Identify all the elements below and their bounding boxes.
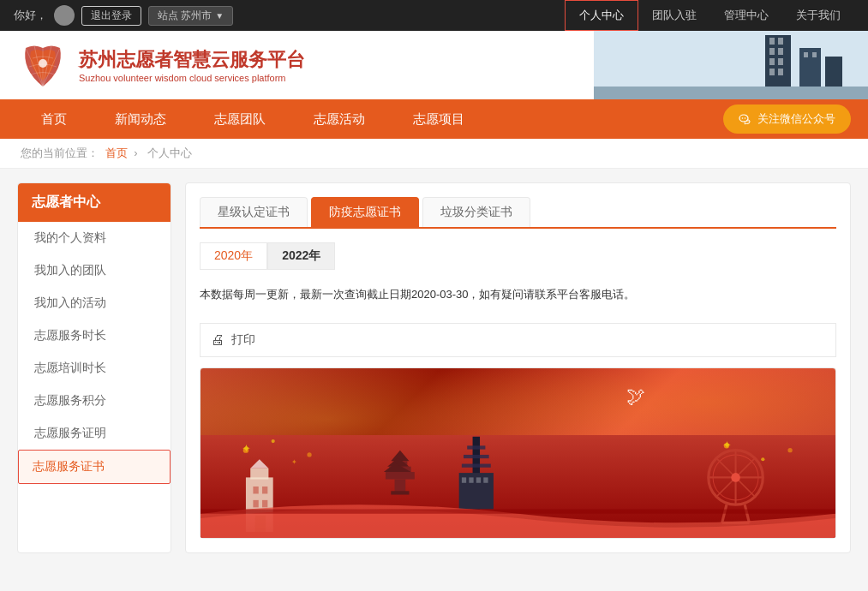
- svg-text:✦: ✦: [242, 443, 251, 455]
- svg-rect-46: [467, 445, 485, 449]
- print-bar[interactable]: 🖨 打印: [200, 323, 836, 357]
- nav-home[interactable]: 首页: [17, 99, 91, 139]
- svg-text:✦: ✦: [722, 439, 732, 451]
- sidebar-item-training-hours[interactable]: 志愿培训时长: [18, 352, 171, 385]
- nav-activities[interactable]: 志愿活动: [290, 99, 389, 139]
- svg-rect-43: [395, 480, 406, 493]
- svg-rect-16: [778, 69, 783, 75]
- notice-text: 本数据每周一更新，最新一次查询截止日期2020-03-30，如有疑问请联系平台客…: [200, 280, 836, 309]
- skyline-illustration: ✦ ✦ ✦: [201, 435, 835, 538]
- svg-rect-53: [483, 477, 488, 482]
- svg-rect-19: [812, 52, 817, 57]
- svg-rect-52: [476, 477, 481, 482]
- station-selector[interactable]: 站点 苏州市 ▼: [148, 6, 233, 26]
- svg-point-32: [761, 457, 764, 461]
- svg-rect-50: [462, 477, 466, 482]
- tab-year-2020[interactable]: 2020年: [200, 242, 267, 270]
- sidebar-item-service-hours[interactable]: 志愿服务时长: [18, 319, 171, 352]
- sidebar-item-activities[interactable]: 我加入的活动: [18, 287, 171, 319]
- tab-star-cert[interactable]: 星级认定证书: [200, 197, 308, 227]
- nav-personal-center[interactable]: 个人中心: [565, 0, 638, 31]
- svg-rect-13: [769, 58, 775, 65]
- sidebar-title: 志愿者中心: [18, 183, 171, 222]
- avatar: [54, 5, 75, 26]
- svg-rect-10: [778, 38, 783, 45]
- dove-icon: 🕊: [626, 385, 645, 408]
- breadcrumb-current: 个人中心: [147, 146, 192, 159]
- year-tabs: 2020年 2022年: [200, 242, 836, 270]
- svg-rect-65: [250, 469, 268, 480]
- breadcrumb-separator: ›: [134, 146, 137, 159]
- sidebar-item-teams[interactable]: 我加入的团队: [18, 254, 171, 287]
- print-icon: 🖨: [211, 332, 224, 348]
- nav-teams[interactable]: 志愿团队: [190, 99, 290, 139]
- svg-rect-12: [778, 48, 783, 55]
- svg-point-33: [787, 448, 792, 452]
- sidebar-item-profile[interactable]: 我的个人资料: [18, 222, 171, 254]
- site-title: 苏州志愿者智慧云服务平台: [79, 47, 305, 73]
- breadcrumb-home[interactable]: 首页: [105, 146, 128, 159]
- svg-rect-68: [262, 487, 267, 493]
- svg-rect-47: [464, 455, 489, 458]
- logo-icon: [17, 39, 69, 91]
- nav-team-entry[interactable]: 团队入驻: [638, 0, 710, 31]
- svg-point-24: [745, 117, 746, 119]
- header-building-image: [594, 31, 868, 99]
- svg-rect-42: [386, 472, 415, 479]
- cert-tabs: 星级认定证书 防疫志愿证书 垃圾分类证书: [200, 197, 836, 229]
- svg-rect-70: [262, 500, 267, 507]
- nav-projects[interactable]: 志愿项目: [389, 99, 488, 139]
- print-label: 打印: [231, 332, 255, 348]
- breadcrumb: 您的当前位置： 首页 › 个人中心: [0, 139, 868, 169]
- svg-rect-67: [253, 487, 258, 493]
- main-nav: 首页 新闻动态 志愿团队 志愿活动 志愿项目 关注微信公众号: [0, 99, 868, 139]
- svg-rect-9: [769, 38, 775, 45]
- nav-about[interactable]: 关于我们: [782, 0, 854, 31]
- sidebar-item-points[interactable]: 志愿服务积分: [18, 385, 171, 417]
- header: 苏州志愿者智慧云服务平台 Suzhou volunteer wisdom clo…: [0, 31, 868, 99]
- sidebar-item-proof[interactable]: 志愿服务证明: [18, 417, 171, 450]
- nav-management[interactable]: 管理中心: [710, 0, 782, 31]
- svg-rect-14: [778, 58, 783, 65]
- logo-area: 苏州志愿者智慧云服务平台 Suzhou volunteer wisdom clo…: [17, 39, 305, 91]
- greeting-text: 你好，: [14, 8, 47, 23]
- site-subtitle: Suzhou volunteer wisdom cloud services p…: [79, 73, 305, 83]
- svg-point-23: [742, 117, 744, 119]
- svg-point-25: [746, 121, 747, 122]
- breadcrumb-prefix: 您的当前位置：: [21, 146, 99, 159]
- top-nav: 个人中心 团队入驻 管理中心 关于我们: [565, 0, 854, 31]
- station-label: 站点 苏州市: [158, 9, 212, 23]
- logout-button[interactable]: 退出登录: [81, 6, 141, 26]
- svg-rect-44: [391, 491, 409, 494]
- cert-background: 🕊: [201, 368, 835, 538]
- svg-rect-48: [462, 464, 491, 468]
- chevron-down-icon: ▼: [215, 11, 224, 21]
- tab-epidemic-cert[interactable]: 防疫志愿证书: [311, 197, 419, 227]
- cert-image-area: 🕊: [200, 367, 836, 539]
- wechat-icon: [739, 112, 752, 126]
- svg-point-30: [307, 452, 311, 457]
- svg-point-29: [272, 439, 275, 443]
- logo-text: 苏州志愿者智慧云服务平台 Suzhou volunteer wisdom clo…: [79, 47, 305, 83]
- svg-rect-11: [769, 48, 775, 55]
- sidebar: 志愿者中心 我的个人资料 我加入的团队 我加入的活动 志愿服务时长 志愿培训时长…: [17, 182, 171, 553]
- wechat-button[interactable]: 关注微信公众号: [723, 104, 851, 134]
- svg-rect-69: [253, 500, 258, 507]
- tab-year-2022[interactable]: 2022年: [267, 242, 335, 270]
- svg-point-60: [731, 473, 740, 482]
- tab-garbage-cert[interactable]: 垃圾分类证书: [422, 197, 530, 227]
- svg-rect-51: [469, 477, 473, 482]
- svg-rect-18: [804, 52, 808, 57]
- svg-rect-72: [201, 509, 835, 513]
- main-panel: 星级认定证书 防疫志愿证书 垃圾分类证书 2020年 2022年 本数据每周一更…: [185, 182, 851, 553]
- content-area: 志愿者中心 我的个人资料 我加入的团队 我加入的活动 志愿服务时长 志愿培训时长…: [0, 169, 868, 567]
- svg-rect-21: [594, 87, 868, 99]
- svg-rect-15: [769, 69, 775, 75]
- top-bar: 你好， 退出登录 站点 苏州市 ▼ 个人中心 团队入驻 管理中心 关于我们: [0, 0, 868, 31]
- svg-point-26: [748, 121, 749, 122]
- svg-text:✦: ✦: [291, 457, 297, 466]
- nav-news[interactable]: 新闻动态: [91, 99, 190, 139]
- sidebar-item-certificate[interactable]: 志愿服务证书: [18, 450, 171, 484]
